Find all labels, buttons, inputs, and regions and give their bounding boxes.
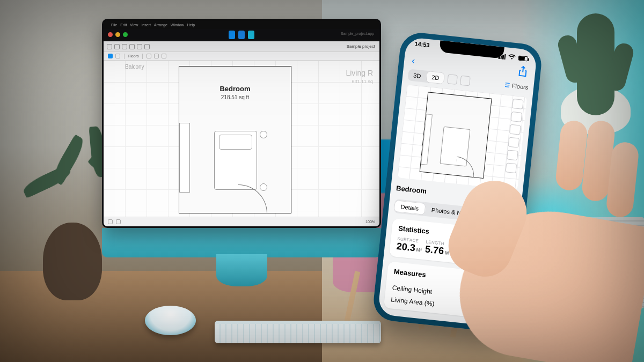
floorplan-canvas[interactable]: Bedroom 218.51 sq ft Living R 631.11 sq … [104,61,379,217]
tool-icon[interactable] [505,162,517,173]
stat-value-width: 3.59 [452,247,472,260]
wifi-icon [508,54,516,61]
mode-icon-c[interactable] [248,31,254,39]
share-button[interactable] [517,65,529,79]
statistics-card: Statistics SURFACE 20.3M² LENGTH 5.76M W… [389,218,513,269]
tool-icon[interactable] [507,150,518,160]
see-button[interactable]: See [492,210,517,225]
measure-label: Living Area (%) [391,295,435,307]
room-bedroom[interactable] [420,92,492,179]
tab-photos-notes[interactable]: Photos & Notes [425,203,479,220]
layer-icon[interactable] [108,219,113,224]
furniture-lamp[interactable] [260,131,267,138]
macos-menubar[interactable]: File Edit View Insert Arrange Window Hel… [104,20,379,29]
tool-icon[interactable] [137,44,142,49]
battery-icon [518,56,528,62]
view-2d-icon[interactable] [115,54,120,58]
floorplan-canvas[interactable] [397,84,527,190]
tool-icon[interactable] [447,74,458,85]
back-icon[interactable] [107,44,112,49]
room-area: 218.51 sq ft [179,94,291,100]
close-button[interactable]: Close [497,194,517,204]
balcony-label: Balcony [125,64,144,70]
tool-icon[interactable] [144,44,150,49]
tool-icon[interactable] [510,112,522,122]
measure-value: 100 [487,306,499,314]
measures-card: Measures 2.44 m Ceiling Height Living Ar… [384,261,509,320]
menu-edit[interactable]: Edit [120,23,127,27]
tool-icon[interactable] [122,44,127,49]
file-chip: Sample_project.app [341,32,374,35]
back-button[interactable]: ‹ [411,55,415,67]
view-3d-icon[interactable] [108,54,113,58]
view-mode-segment[interactable]: 3D 2D [407,69,445,84]
zoom-level[interactable]: 100% [365,220,375,224]
measures-title: Measures [393,268,426,279]
snap-icon[interactable] [116,219,121,224]
menu-insert[interactable]: Insert [141,23,151,27]
stat-value-surface: 20.3 [396,241,416,254]
menu-help[interactable]: Help [187,23,195,27]
furniture-lamp[interactable] [260,183,267,191]
app-footer: 100% [104,217,379,226]
measures-value: 2.44 m [479,276,502,286]
room-area-living: 631.11 sq [352,79,373,84]
mode-icon-b[interactable] [238,31,245,39]
floors-dropdown[interactable]: Floors [128,54,138,58]
app-subtoolbar: Floors [104,52,379,61]
seg-2d[interactable]: 2D [426,71,445,84]
menu-view[interactable]: View [130,23,138,27]
room-label: Bedroom [179,85,291,93]
door-arc[interactable] [455,157,476,178]
furniture-bed[interactable] [214,131,257,190]
project-title: Sample project [347,44,375,49]
stairs-icon: ☰ [504,82,510,89]
menu-arrange[interactable]: Arrange [154,23,167,27]
side-toolbar [504,99,524,187]
tool-icon[interactable] [509,124,521,135]
keyboard-peripheral [215,321,381,343]
traffic-lights[interactable] [108,32,128,37]
floors-dropdown[interactable]: ☰ Floors [504,82,529,91]
furniture-closet[interactable] [421,114,433,165]
app-toolbar: Sample project [104,41,379,52]
tool-icon[interactable] [129,44,135,49]
desktop-computer: File Edit View Insert Arrange Window Hel… [102,19,381,271]
vase [43,223,102,300]
mouse-peripheral [145,306,196,335]
tool-icon[interactable] [508,137,519,148]
stat-value-length: 5.76 [425,243,444,256]
phone-device: 14:53 ‹ 3D 2D ☰ [372,31,544,334]
window-titlebar: Sample_project.app [104,29,379,41]
furniture-closet[interactable] [179,123,190,193]
tool-icon[interactable] [154,54,159,58]
tool-icon[interactable] [147,54,151,58]
tool-icon[interactable] [162,54,166,58]
menu-file[interactable]: File [111,23,117,27]
room-label-living: Living R [346,69,373,77]
cactus-plant [577,13,614,115]
measure-value [499,295,500,302]
seg-3d[interactable]: 3D [407,69,427,82]
room-name: Bedroom [396,184,427,195]
fwd-icon[interactable] [114,44,120,49]
room-bedroom[interactable]: Bedroom 218.51 sq ft [179,66,291,213]
tab-details[interactable]: Details [394,200,426,215]
mode-icon-a[interactable] [229,31,235,39]
tool-icon[interactable] [512,99,524,109]
tool-icon[interactable] [460,76,471,86]
status-time: 14:53 [414,40,430,55]
stat-value-objects: 6 [479,249,486,261]
menu-window[interactable]: Window [171,23,184,27]
